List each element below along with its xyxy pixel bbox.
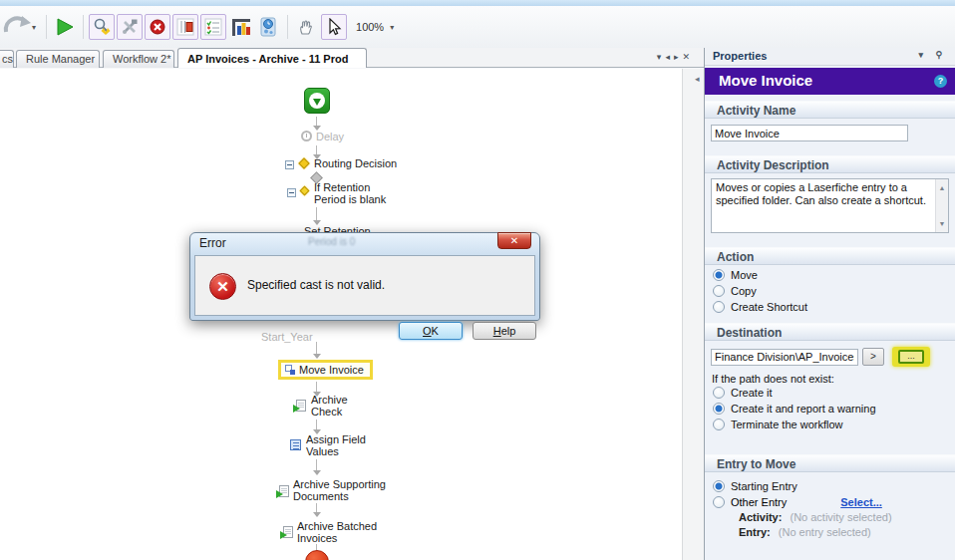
- branch-label-start-year: Start_Year: [261, 331, 313, 343]
- section-action: Action: [705, 247, 955, 265]
- run-button[interactable]: [52, 14, 78, 40]
- panel-collapse-icon[interactable]: ◂: [695, 74, 700, 84]
- redo-dropdown-icon[interactable]: ▾: [32, 23, 36, 32]
- radio-icon[interactable]: [713, 387, 725, 399]
- properties-panel-title: Properties: [713, 50, 767, 62]
- collapse-icon[interactable]: [287, 188, 296, 197]
- connector: [312, 420, 321, 434]
- pan-button[interactable]: [293, 14, 319, 40]
- token-button[interactable]: >: [862, 348, 884, 366]
- radio-icon[interactable]: [713, 403, 725, 415]
- node-delay[interactable]: Delay: [316, 131, 344, 142]
- tab-close-icon[interactable]: ✕: [682, 52, 694, 62]
- tab-rule-manager[interactable]: Rule Manager: [16, 50, 100, 68]
- tab-scroll-controls[interactable]: ▾◂▸✕: [657, 52, 694, 62]
- activity-description-text: Moves or copies a Laserfiche entry to a …: [716, 181, 926, 206]
- radio-move[interactable]: Move: [713, 269, 955, 281]
- radio-icon[interactable]: [713, 480, 725, 492]
- reports-button[interactable]: [228, 14, 254, 40]
- panel-menu-pin-icons[interactable]: ▾ ⚲: [918, 50, 947, 60]
- checklist-button[interactable]: [200, 14, 226, 40]
- zoom-level: 100%: [356, 21, 384, 33]
- destination-path-input[interactable]: [711, 349, 858, 366]
- toolbox-button[interactable]: [172, 14, 198, 40]
- browse-button[interactable]: ...: [898, 350, 924, 364]
- node-assign-field-values[interactable]: Assign Field Values: [306, 433, 366, 457]
- tools-button[interactable]: [117, 14, 143, 40]
- collapse-icon[interactable]: [285, 160, 294, 169]
- radio-icon[interactable]: [713, 285, 725, 297]
- end-node[interactable]: [305, 550, 329, 560]
- node-archive-supporting[interactable]: Archive Supporting Documents: [293, 478, 386, 502]
- radio-create-it[interactable]: Create it: [713, 387, 955, 399]
- properties-panel-titlebar[interactable]: Properties ▾ ⚲: [705, 48, 955, 66]
- error-dialog[interactable]: Error Period is 0 ✕ ✕ Specified cast is …: [189, 232, 540, 321]
- dialog-titlebar[interactable]: Error Period is 0 ✕: [190, 233, 539, 253]
- dialog-message: Specified cast is not valid.: [247, 278, 385, 292]
- radio-create-report-warning[interactable]: Create it and report a warning: [713, 403, 955, 415]
- workflow-canvas[interactable]: Delay Routing Decision If Retention Peri…: [0, 69, 682, 560]
- connector: [312, 342, 321, 359]
- start-arrow-icon: [309, 93, 325, 109]
- activity-title-bar: Move Invoice ?: [705, 68, 955, 95]
- toolbar-separator: [46, 15, 47, 39]
- radio-other-entry[interactable]: Other Entry Select...: [713, 496, 955, 508]
- connector: [312, 459, 321, 475]
- node-routing-decision[interactable]: Routing Decision: [314, 157, 397, 169]
- condition-diamond-icon: [300, 186, 310, 196]
- node-if-retention[interactable]: If Retention Period is blank: [314, 181, 386, 205]
- radio-icon[interactable]: [713, 496, 725, 508]
- path-not-exist-label: If the path does not exist:: [712, 373, 955, 385]
- radio-icon[interactable]: [713, 269, 725, 281]
- start-node[interactable]: [304, 88, 330, 114]
- play-icon: [55, 17, 75, 37]
- zoom-dropdown-icon[interactable]: ▾: [390, 23, 394, 32]
- connector: [312, 117, 321, 131]
- errors-button[interactable]: [145, 14, 170, 40]
- radio-icon[interactable]: [713, 301, 725, 313]
- radio-terminate-workflow[interactable]: Terminate the workflow: [713, 419, 955, 430]
- radio-icon[interactable]: [713, 419, 725, 430]
- radio-starting-entry[interactable]: Starting Entry: [713, 480, 955, 492]
- main-toolbar: ▾ 100%: [0, 6, 955, 48]
- tab-ap-invoices-archive[interactable]: AP Invoices - Archive - 11 Prod: [177, 48, 367, 68]
- select-link[interactable]: Select...: [840, 496, 882, 508]
- tab-partial[interactable]: cs: [0, 50, 14, 68]
- tab-prev-icon[interactable]: ◂: [665, 52, 674, 62]
- scrollbar[interactable]: ▲ ▼: [935, 179, 948, 232]
- close-icon[interactable]: ✕: [497, 232, 531, 249]
- error-x-icon: ✕: [209, 273, 236, 300]
- redo-icon[interactable]: [2, 12, 32, 42]
- activity-name-input[interactable]: [711, 125, 908, 141]
- activity-description-box[interactable]: Moves or copies a Laserfiche entry to a …: [711, 178, 949, 233]
- highlight-annotation: ...: [892, 347, 930, 367]
- find-activities-button[interactable]: [89, 14, 115, 40]
- radio-copy[interactable]: Copy: [713, 285, 955, 297]
- section-destination: Destination: [705, 323, 955, 341]
- select-pointer-button[interactable]: [321, 14, 347, 40]
- scroll-down-icon[interactable]: ▼: [936, 217, 948, 230]
- section-activity-name: Activity Name: [705, 101, 955, 119]
- ghost-node-behind-glass: Period is 0: [308, 236, 355, 247]
- tools-icon: [121, 18, 139, 36]
- decision-star-icon: [298, 157, 309, 168]
- scroll-up-icon[interactable]: ▲: [936, 181, 948, 194]
- delay-clock-icon: [301, 131, 312, 141]
- toolbar-separator: [287, 15, 288, 39]
- activity-title: Move Invoice: [719, 72, 812, 89]
- ok-button[interactable]: OK: [399, 322, 463, 340]
- archive-doc-icon: [283, 526, 293, 538]
- node-archive-check[interactable]: Archive Check: [311, 394, 348, 418]
- help-icon[interactable]: ?: [934, 75, 947, 88]
- section-activity-description: Activity Description: [705, 155, 955, 173]
- node-move-invoice-highlighted[interactable]: Move Invoice: [278, 360, 373, 380]
- activity-selected-row: Activity: (No activity selected): [739, 511, 955, 523]
- radio-create-shortcut[interactable]: Create Shortcut: [713, 301, 955, 313]
- dialog-body: ✕ Specified cast is not valid. OK Help: [194, 255, 535, 316]
- help-button[interactable]: Help: [473, 322, 536, 340]
- checklist-icon: [204, 18, 222, 36]
- node-archive-batched[interactable]: Archive Batched Invoices: [297, 520, 377, 544]
- schedule-button[interactable]: [256, 14, 282, 40]
- tab-workflow-2[interactable]: Workflow 2*: [103, 50, 174, 68]
- error-circle-icon: [149, 18, 166, 36]
